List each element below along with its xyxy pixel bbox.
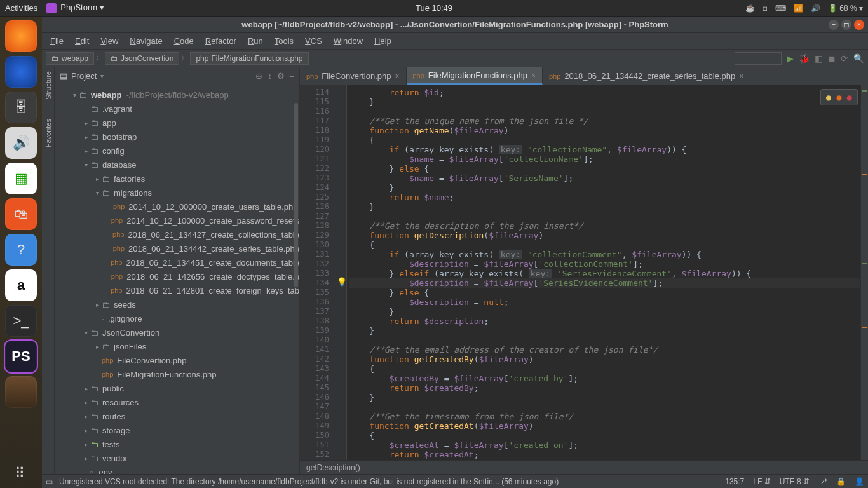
project-header-label[interactable]: Project xyxy=(71,71,97,81)
code-editor[interactable]: 114 115 116 117 118 119 120 121 122 123 … xyxy=(300,85,868,460)
status-event-icon[interactable]: ▭ xyxy=(46,477,53,486)
tree-item[interactable]: php2018_06_21_142801_create_foreign_keys… xyxy=(55,283,299,297)
opera-icon[interactable]: ● xyxy=(847,92,852,102)
editor-tab[interactable]: php2018_06_21_134442_create_series_table… xyxy=(543,67,750,85)
tree-item[interactable]: ▾🗀migrations xyxy=(55,186,299,200)
tree-item[interactable]: ▸🗀seeds xyxy=(55,297,299,311)
tree-item[interactable]: phpFileConvertion.php xyxy=(55,353,299,367)
dock-firefox[interactable] xyxy=(5,20,37,52)
tree-item[interactable]: ▸🗀app xyxy=(55,116,299,130)
tree-scrollbar[interactable] xyxy=(294,103,298,287)
indicator-icon[interactable]: ⧈ xyxy=(763,4,768,13)
menu-edit[interactable]: Edit xyxy=(71,34,93,48)
clock[interactable]: Tue 10:49 xyxy=(416,3,452,13)
close-tab-icon[interactable]: × xyxy=(395,72,399,81)
dock-rhythmbox[interactable]: 🔊 xyxy=(5,127,37,159)
menu-navigate[interactable]: Navigate xyxy=(125,34,166,48)
tree-item[interactable]: ▸🗀config xyxy=(55,144,299,158)
minimize-button[interactable]: – xyxy=(829,20,839,30)
line-separator[interactable]: LF ⇵ xyxy=(753,477,770,486)
tree-item[interactable]: php2018_06_21_134442_create_series_table… xyxy=(55,241,299,255)
caret-position[interactable]: 135:7 xyxy=(725,477,744,486)
tree-item[interactable]: ▸🗀vendor xyxy=(55,451,299,465)
dock-libreoffice[interactable]: ▦ xyxy=(5,163,37,194)
line-gutter[interactable]: 114 115 116 117 118 119 120 121 122 123 … xyxy=(300,85,334,460)
vcs-update-icon[interactable]: ⟳ xyxy=(841,53,848,64)
dock-help[interactable]: ? xyxy=(5,234,37,266)
tree-item[interactable]: ▸🗀jsonFiles xyxy=(55,339,299,353)
menu-refactor[interactable]: Refactor xyxy=(201,34,241,48)
volume-icon[interactable]: 🔊 xyxy=(811,4,820,13)
error-stripe[interactable] xyxy=(860,85,868,460)
menu-tools[interactable]: Tools xyxy=(270,34,298,48)
topbar-app[interactable]: PhpStorm ▾ xyxy=(46,3,104,13)
tree-item[interactable]: php2018_06_21_142656_create_doctypes_tab… xyxy=(55,269,299,283)
tree-item[interactable]: ▾🗀database xyxy=(55,158,299,172)
menu-help[interactable]: Help xyxy=(370,34,396,48)
tree-item[interactable]: ▸🗀routes xyxy=(55,409,299,423)
menu-file[interactable]: File xyxy=(46,34,68,48)
menu-run[interactable]: Run xyxy=(243,34,268,48)
wifi-icon[interactable]: 📶 xyxy=(794,4,803,13)
tree-item[interactable]: ▸🗀public xyxy=(55,381,299,395)
editor-breadcrumbs[interactable]: getDescription() xyxy=(300,460,868,474)
menu-view[interactable]: View xyxy=(96,34,123,48)
status-message[interactable]: Unregistered VCS root detected: The dire… xyxy=(59,477,559,486)
git-branch-icon[interactable]: ⎇ xyxy=(818,477,827,486)
tree-item[interactable]: php2018_06_21_134451_create_documents_ta… xyxy=(55,255,299,269)
tree-item[interactable]: ▫.gitignore xyxy=(55,311,299,325)
close-button[interactable]: × xyxy=(854,20,864,30)
stop-icon[interactable]: ◼ xyxy=(828,53,836,64)
dock-app[interactable] xyxy=(5,376,37,408)
code-body[interactable]: return $id; } /**Get the unique name fro… xyxy=(347,85,868,460)
tree-item[interactable]: ▾🗀webapp~/fldbProject/fldb-v2/webapp xyxy=(55,88,299,102)
tree-item[interactable]: 🗀.vagrant xyxy=(55,102,299,116)
debug-icon[interactable]: 🐞 xyxy=(799,53,810,64)
maximize-button[interactable]: ◻ xyxy=(841,20,851,30)
dock-phpstorm[interactable] xyxy=(5,341,37,372)
tree-item[interactable]: phpFileMigrationFunctions.php xyxy=(55,367,299,381)
tree-item[interactable]: ▫.env xyxy=(55,465,299,474)
firefox-icon[interactable]: ● xyxy=(836,92,841,102)
coffee-icon[interactable]: ☕ xyxy=(745,4,755,13)
tree-item[interactable]: ▸🗀bootstrap xyxy=(55,130,299,144)
breadcrumb-JsonConvertion[interactable]: 🗀JsonConvertion xyxy=(105,52,179,65)
chrome-icon[interactable]: ● xyxy=(826,92,831,102)
dock-thunderbird[interactable] xyxy=(5,56,37,88)
run-config-dropdown[interactable] xyxy=(735,52,782,65)
activities-button[interactable]: Activities xyxy=(5,3,37,13)
fold-gutter[interactable] xyxy=(334,85,347,460)
structure-tool[interactable]: Structure xyxy=(44,71,52,100)
hide-icon[interactable]: – xyxy=(290,71,294,81)
project-tree[interactable]: ▾🗀webapp~/fldbProject/fldb-v2/webapp🗀.va… xyxy=(55,85,299,474)
tree-item[interactable]: ▸🗀storage xyxy=(55,423,299,437)
tree-item[interactable]: ▸🗀resources xyxy=(55,395,299,409)
breadcrumb-FileMigrationFunctions-php[interactable]: phpFileMigrationFunctions.php xyxy=(190,52,308,65)
lock-icon[interactable]: 🔒 xyxy=(836,477,846,486)
gear-icon[interactable]: ⚙ xyxy=(277,71,285,81)
tree-item[interactable]: php2014_10_12_100000_create_password_res… xyxy=(55,214,299,227)
intention-bulb-icon[interactable]: 💡 xyxy=(337,277,347,287)
collapse-icon[interactable]: ↕ xyxy=(268,71,272,81)
project-view-icon[interactable]: ▤ xyxy=(60,71,67,81)
keyboard-icon[interactable]: ⌨ xyxy=(775,4,786,13)
search-icon[interactable]: 🔍 xyxy=(853,53,864,64)
menu-window[interactable]: Window xyxy=(329,34,367,48)
dock-show-apps[interactable]: ⠿ xyxy=(15,465,27,482)
tree-item[interactable]: ▾🗀JsonConvertion xyxy=(55,325,299,339)
tree-item[interactable]: php2014_10_12_000000_create_users_table.… xyxy=(55,200,299,214)
editor-tab[interactable]: phpFileMigrationFunctions.php× xyxy=(407,67,543,85)
tree-item[interactable]: php2018_06_21_134427_create_collections_… xyxy=(55,227,299,241)
menu-code[interactable]: Code xyxy=(170,34,198,48)
dock-files[interactable]: 🗄 xyxy=(5,92,37,123)
hector-icon[interactable]: 👤 xyxy=(855,477,864,486)
editor-tab[interactable]: phpFileConvertion.php× xyxy=(300,67,407,85)
scroll-target-icon[interactable]: ⊕ xyxy=(255,71,262,81)
breadcrumb-webapp[interactable]: 🗀webapp xyxy=(46,52,94,65)
run-icon[interactable]: ▶ xyxy=(787,53,794,64)
dock-amazon[interactable]: a xyxy=(5,269,37,301)
close-tab-icon[interactable]: × xyxy=(739,72,743,81)
tree-item[interactable]: ▸🗀factories xyxy=(55,172,299,186)
dock-software[interactable]: 🛍 xyxy=(5,198,37,230)
dock-terminal[interactable]: >_ xyxy=(5,305,37,337)
